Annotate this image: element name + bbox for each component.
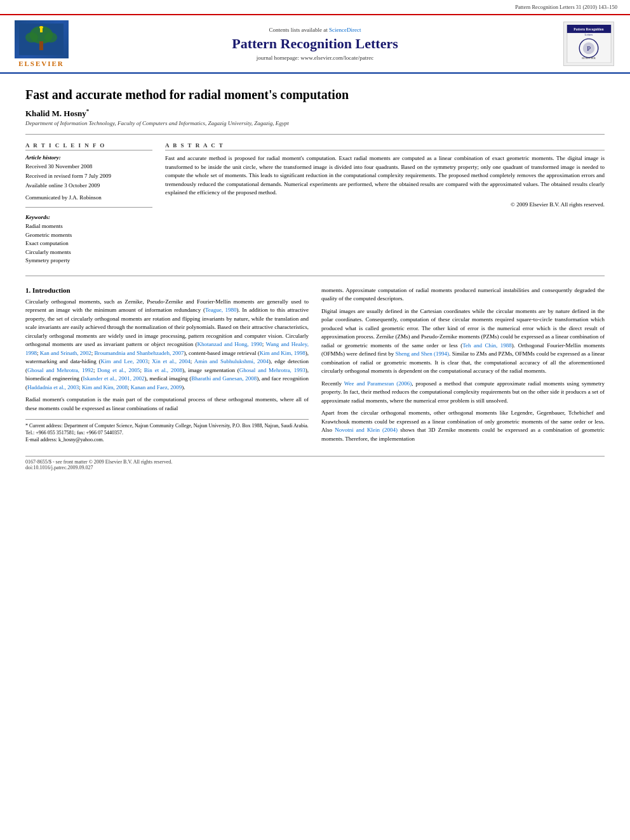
sciencedirect-anchor[interactable]: ScienceDirect [329, 27, 361, 33]
footnote1: * Current address: Department of Compute… [25, 422, 309, 436]
sciencedirect-link: Contents lists available at ScienceDirec… [76, 27, 554, 33]
license-text: 0167-8655/$ - see front matter © 2009 El… [25, 459, 605, 465]
article-title: Fast and accurate method for radial mome… [25, 86, 605, 103]
body-right-para3: Recently Wee and Paramesran (2006), prop… [321, 380, 605, 406]
ref-khotanzad[interactable]: Khotanzad and Hong, 1990 [198, 341, 262, 347]
body-left-col: 1. Introduction Circularly orthogonal mo… [25, 286, 309, 448]
elsevier-wordmark: ELSEVIER [18, 60, 64, 67]
body-section: 1. Introduction Circularly orthogonal mo… [25, 286, 605, 448]
divider-keywords [25, 207, 152, 208]
body-right-para4: Apart from the circular orthogonal momen… [321, 409, 605, 443]
divider-body [25, 276, 605, 276]
body-right-para2: Digital images are usually defined in th… [321, 307, 605, 376]
ref-kim2008[interactable]: Kim and Kim, 2008 [82, 384, 128, 390]
abstract-text: Fast and accurate method is proposed for… [165, 154, 605, 197]
journal-info: Pattern Recognition Letters 31 (2010) 14… [315, 4, 617, 10]
keywords-label: Keywords: [25, 214, 152, 220]
ref-bin[interactable]: Bin et al., 2008 [144, 367, 182, 373]
elsevier-logo-image [15, 20, 69, 58]
keywords-section: Keywords: Radial moments Geometric momen… [25, 214, 152, 265]
keyword-geometric: Geometric moments [25, 231, 152, 240]
received-date: Received 30 November 2008 [25, 163, 152, 171]
doi-text: doi:10.1016/j.patrec.2009.09.027 [25, 465, 605, 470]
svg-text:Pattern Recognition: Pattern Recognition [573, 27, 603, 31]
svg-text:P: P [586, 44, 590, 52]
ref-kim1998[interactable]: Kim and Kim, 1998 [260, 350, 305, 356]
keyword-circularly: Circularly moments [25, 248, 152, 257]
article-info-header: A R T I C L E I N F O [25, 142, 152, 150]
svg-point-2 [25, 32, 38, 43]
ref-teague[interactable]: Teague, 1980 [205, 307, 237, 313]
main-content: Fast and accurate method for radial mome… [0, 74, 630, 483]
ref-iskander[interactable]: Iskander et al., 2001, 2002 [83, 375, 145, 382]
body-para2: Radial moment's computation is the main … [25, 396, 309, 413]
ref-sheng[interactable]: Sheng and Shen (1994) [396, 350, 449, 357]
elsevier-logo: ELSEVIER [13, 20, 70, 67]
ref-ghosal1992[interactable]: Ghosal and Mehrotra, 1992 [27, 367, 93, 373]
ref-teh[interactable]: Teh and Chin, 1988 [462, 342, 512, 349]
author-affiliation: Department of Information Technology, Fa… [25, 120, 605, 126]
svg-point-6 [39, 26, 43, 29]
section1-title: 1. Introduction [25, 286, 309, 294]
keyword-exact: Exact computation [25, 239, 152, 248]
ref-ghosal1993[interactable]: Ghosal and Mehrotra, 1993 [239, 367, 305, 373]
keyword-radial: Radial moments [25, 222, 152, 231]
email-footnote: E-mail address: k_hosny@yahoo.com. [25, 436, 309, 443]
ref-kimlee[interactable]: Kim and Lee, 2003 [101, 358, 148, 364]
ref-xin[interactable]: Xin et al., 2004 [152, 358, 191, 364]
ref-kan[interactable]: Kan and Srinath, 2002 [40, 350, 91, 356]
keyword-symmetry: Symmetry property [25, 257, 152, 265]
journal-title: Pattern Recognition Letters [76, 36, 554, 52]
journal-logo-right: Pattern Recognition Letters P ELSEVIER [560, 22, 617, 66]
abstract-col: A B S T R A C T Fast and accurate method… [165, 142, 605, 265]
article-info-col: A R T I C L E I N F O Article history: R… [25, 142, 152, 265]
ref-kanan[interactable]: Kanan and Faez, 2009 [131, 384, 182, 390]
ref-bharathi[interactable]: Bharathi and Ganesan, 2008 [191, 375, 257, 382]
revised-date: Received in revised form 7 July 2009 [25, 172, 152, 180]
ref-novotni[interactable]: Novotni and Klein (2004) [335, 427, 398, 433]
svg-text:Letters: Letters [584, 33, 593, 36]
body-right-para1: moments. Approximate computation of radi… [321, 286, 605, 303]
svg-text:ELSEVIER: ELSEVIER [582, 57, 596, 60]
svg-point-3 [44, 32, 57, 43]
journal-logo-image: Pattern Recognition Letters P ELSEVIER [563, 22, 614, 66]
divider-top [25, 134, 605, 135]
available-date: Available online 3 October 2009 [25, 182, 152, 190]
article-history-label: Article history: [25, 154, 152, 161]
body-para1: Circularly orthogonal moments, such as Z… [25, 298, 309, 392]
ref-haddadnia[interactable]: Haddadnia et al., 2003 [27, 384, 79, 390]
author-sup: * [86, 108, 90, 114]
author-name: Khalid M. Hosny* [25, 108, 605, 119]
journal-center: Contents lists available at ScienceDirec… [76, 27, 554, 61]
copyright: © 2009 Elsevier B.V. All rights reserved… [165, 201, 605, 208]
journal-homepage: journal homepage: www.elsevier.com/locat… [76, 55, 554, 61]
ref-dong[interactable]: Dong et al., 2005 [97, 367, 140, 373]
ref-wee[interactable]: Wee and Paramesran (2006) [344, 380, 412, 387]
article-meta-section: A R T I C L E I N F O Article history: R… [25, 142, 605, 265]
header-bar: Pattern Recognition Letters 31 (2010) 14… [0, 0, 630, 15]
top-section: ELSEVIER Contents lists available at Sci… [0, 15, 630, 74]
ref-broumandnia[interactable]: Broumandnia and Shanbehzadeh, 2007 [95, 350, 184, 356]
svg-rect-4 [39, 41, 43, 50]
ref-amin[interactable]: Amin and Subhulukshmi, 2004 [194, 358, 269, 364]
communicated-by: Communicated by J.A. Robinson [25, 194, 152, 201]
body-right-col: moments. Approximate computation of radi… [321, 286, 605, 448]
footnote-section: * Current address: Department of Compute… [25, 419, 309, 444]
abstract-header: A B S T R A C T [165, 142, 605, 150]
bottom-bar: 0167-8655/$ - see front matter © 2009 El… [25, 456, 605, 470]
